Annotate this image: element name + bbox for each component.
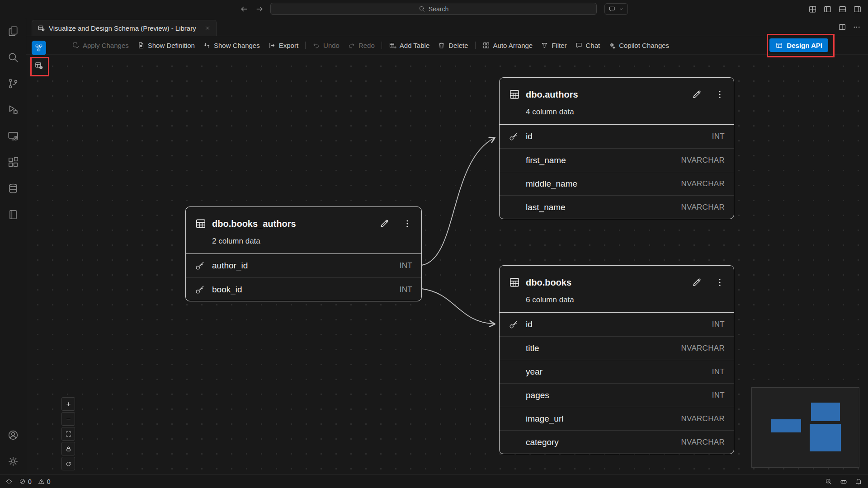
copilot-changes-button[interactable]: Copilot Changes (604, 36, 673, 55)
table-menu-icon[interactable] (715, 277, 725, 287)
column-type: NVARCHAR (681, 203, 725, 212)
explorer-icon[interactable] (0, 18, 26, 44)
copilot-status-icon[interactable] (840, 478, 848, 486)
delete-button[interactable]: Delete (434, 36, 472, 55)
toggle-secondary-sidebar-icon[interactable] (853, 5, 862, 14)
minimap-table-authors (811, 403, 840, 421)
remote-explorer-icon[interactable] (0, 123, 26, 149)
run-debug-icon[interactable] (0, 97, 26, 123)
minimap-table-books-authors (771, 419, 801, 432)
design-api-button[interactable]: Design API (769, 38, 828, 52)
column-row[interactable]: middle_name NVARCHAR (500, 172, 734, 195)
primary-key-icon (509, 319, 519, 329)
column-name: category (526, 437, 681, 447)
search-input[interactable]: Search (270, 3, 597, 15)
table-menu-icon[interactable] (402, 219, 412, 229)
search-placeholder: Search (429, 5, 448, 13)
copilot-changes-label: Copilot Changes (619, 42, 669, 49)
filter-button[interactable]: Filter (537, 36, 571, 55)
apply-changes-label: Apply Changes (83, 42, 129, 49)
notifications-bell-icon[interactable] (855, 478, 863, 485)
show-definition-button[interactable]: Show Definition (133, 36, 199, 55)
account-icon[interactable] (0, 422, 26, 448)
split-editor-icon[interactable] (838, 23, 846, 31)
schema-designer-tab-icon (38, 24, 45, 32)
column-row[interactable]: year INT (500, 360, 734, 383)
schema-diagram-view-button[interactable] (32, 41, 46, 55)
remote-indicator-icon[interactable] (5, 478, 13, 485)
column-name: title (526, 343, 681, 353)
problems-errors[interactable]: 0 (19, 478, 32, 485)
edit-table-icon[interactable] (691, 277, 702, 288)
table-designer-view-button[interactable] (32, 58, 46, 73)
column-row[interactable]: book_id INT (186, 277, 421, 301)
more-actions-icon[interactable] (853, 23, 861, 31)
column-row[interactable]: id INT (500, 313, 734, 336)
sql-server-icon[interactable] (0, 175, 26, 202)
add-table-button[interactable]: Add Table (385, 36, 434, 55)
table-node-books[interactable]: dbo.books 6 column data id INT title NVA… (499, 265, 734, 454)
copilot-menu-button[interactable] (604, 3, 628, 15)
column-type: INT (712, 132, 725, 141)
table-name: dbo.books_authors (212, 219, 373, 229)
toggle-primary-sidebar-icon[interactable] (823, 5, 832, 14)
tab-schema-designer[interactable]: Visualize and Design Schema (Preview) - … (32, 20, 217, 36)
zoom-status-icon[interactable] (825, 478, 832, 485)
export-button[interactable]: Export (264, 36, 302, 55)
column-row[interactable]: first_name NVARCHAR (500, 148, 734, 172)
settings-gear-icon[interactable] (0, 448, 26, 474)
warning-count: 0 (47, 478, 51, 485)
close-tab-icon[interactable] (204, 25, 211, 31)
column-row[interactable]: title NVARCHAR (500, 336, 734, 360)
auto-arrange-label: Auto Arrange (493, 42, 533, 49)
toolbar-separator (475, 42, 476, 49)
column-row[interactable]: id INT (500, 125, 734, 148)
column-row[interactable]: pages INT (500, 383, 734, 407)
undo-button[interactable]: Undo (308, 36, 344, 55)
design-api-label: Design API (787, 42, 822, 49)
table-subtitle: 6 column data (526, 296, 725, 305)
column-row[interactable]: last_name NVARCHAR (500, 195, 734, 219)
toggle-panel-icon[interactable] (838, 5, 847, 14)
chat-label: Chat (586, 42, 600, 49)
redo-button[interactable]: Redo (344, 36, 379, 55)
tab-bar: Visualize and Design Schema (Preview) - … (26, 18, 868, 36)
table-subtitle: 4 column data (526, 108, 725, 117)
table-header: dbo.books 6 column data (500, 266, 734, 313)
column-type: INT (712, 391, 725, 400)
table-node-books-authors[interactable]: dbo.books_authors 2 column data author_i… (185, 206, 422, 301)
redo-label: Redo (359, 42, 375, 49)
lock-canvas-button[interactable] (61, 442, 75, 455)
refresh-layout-button[interactable] (61, 457, 75, 470)
source-control-icon[interactable] (0, 70, 26, 97)
database-projects-icon[interactable] (0, 202, 26, 228)
schema-canvas[interactable]: dbo.books_authors 2 column data author_i… (26, 55, 868, 474)
apply-changes-button[interactable]: Apply Changes (68, 36, 133, 55)
column-name: first_name (526, 155, 681, 165)
column-row[interactable]: author_id INT (186, 254, 421, 277)
column-row[interactable]: image_url NVARCHAR (500, 407, 734, 430)
nav-forward-icon[interactable] (255, 5, 264, 14)
primary-key-icon (195, 261, 205, 271)
customize-layout-icon[interactable] (808, 5, 817, 14)
show-changes-label: Show Changes (214, 42, 260, 49)
export-label: Export (279, 42, 298, 49)
edit-table-icon[interactable] (379, 218, 390, 229)
minimap[interactable] (751, 387, 859, 468)
fit-view-button[interactable] (61, 427, 75, 441)
extensions-icon[interactable] (0, 149, 26, 175)
problems-warnings[interactable]: 0 (38, 478, 51, 485)
edit-table-icon[interactable] (691, 89, 702, 100)
chat-button[interactable]: Chat (571, 36, 604, 55)
show-changes-button[interactable]: Show Changes (199, 36, 264, 55)
column-row[interactable]: category NVARCHAR (500, 430, 734, 454)
auto-arrange-button[interactable]: Auto Arrange (478, 36, 537, 55)
column-name: middle_name (526, 179, 681, 189)
primary-key-icon (509, 131, 519, 141)
zoom-in-button[interactable] (61, 397, 75, 411)
zoom-out-button[interactable] (61, 412, 75, 426)
table-menu-icon[interactable] (715, 89, 725, 99)
nav-back-icon[interactable] (240, 5, 249, 14)
table-node-authors[interactable]: dbo.authors 4 column data id INT first_n… (499, 77, 734, 219)
search-view-icon[interactable] (0, 44, 26, 70)
